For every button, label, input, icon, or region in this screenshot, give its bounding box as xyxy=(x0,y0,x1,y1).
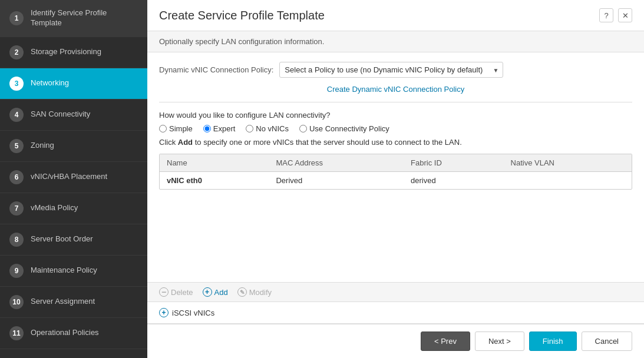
step-label-5: Zoning xyxy=(31,141,54,151)
step-number-2: 2 xyxy=(9,45,24,59)
step-label-11: Operational Policies xyxy=(31,328,99,338)
table-row[interactable]: vNIC eth0 Derived derived xyxy=(160,172,632,190)
step-number-7: 7 xyxy=(9,201,24,216)
vnic-table: Name MAC Address Fabric ID Native VLAN v… xyxy=(160,154,632,189)
step-number-1: 1 xyxy=(9,11,24,25)
help-button[interactable]: ? xyxy=(599,8,613,22)
step-number-6: 6 xyxy=(9,170,24,184)
iscsi-expand-icon: + xyxy=(159,308,169,317)
add-icon: + xyxy=(203,287,212,297)
radio-no-vnics-input[interactable] xyxy=(246,125,253,132)
sidebar-item-6[interactable]: 6 vNIC/vHBA Placement xyxy=(0,162,147,193)
modify-icon: ✎ xyxy=(237,287,247,297)
cell-vlan xyxy=(504,172,632,190)
radio-expert-label: Expert xyxy=(213,124,236,133)
dialog-header: Create Service Profile Template ? ✕ xyxy=(147,0,644,31)
dialog-footer: < Prev Next > Finish Cancel xyxy=(147,324,644,358)
step-label-1: Identify Service Profile Template xyxy=(31,8,138,28)
sidebar: 1 Identify Service Profile Template 2 St… xyxy=(0,0,147,358)
radio-expert-input[interactable] xyxy=(203,125,211,132)
step-label-9: Maintenance Policy xyxy=(31,266,97,276)
radio-group: Simple Expert No vNICs Use Connectivity … xyxy=(159,124,632,133)
dialog-title: Create Service Profile Template xyxy=(159,9,325,22)
sidebar-item-2[interactable]: 2 Storage Provisioning xyxy=(0,37,147,68)
dynamic-vnic-select[interactable]: Select a Policy to use (no Dynamic vNIC … xyxy=(279,62,503,78)
main-dialog: Create Service Profile Template ? ✕ Opti… xyxy=(147,0,644,358)
delete-icon: − xyxy=(159,287,169,297)
content-area: Dynamic vNIC Connection Policy: Select a… xyxy=(147,52,644,282)
radio-simple-label: Simple xyxy=(169,124,193,133)
click-info: Click Add to specify one or more vNICs t… xyxy=(159,138,632,147)
add-label: Add xyxy=(214,288,228,297)
radio-simple[interactable]: Simple xyxy=(159,124,193,133)
radio-use-policy-input[interactable] xyxy=(299,125,307,132)
col-name: Name xyxy=(160,154,269,172)
radio-no-vnics[interactable]: No vNICs xyxy=(246,124,289,133)
sidebar-item-11[interactable]: 11 Operational Policies xyxy=(0,318,147,349)
info-text: Optionally specify LAN configuration inf… xyxy=(159,37,324,46)
radio-simple-input[interactable] xyxy=(159,125,167,132)
prev-button[interactable]: < Prev xyxy=(421,332,470,351)
section-divider xyxy=(159,102,632,102)
modify-button[interactable]: ✎ Modify xyxy=(237,287,272,297)
step-number-5: 5 xyxy=(9,139,24,153)
col-vlan: Native VLAN xyxy=(504,154,632,172)
sidebar-item-4[interactable]: 4 SAN Connectivity xyxy=(0,100,147,131)
cell-name: vNIC eth0 xyxy=(160,172,269,190)
sidebar-item-8[interactable]: 8 Server Boot Order xyxy=(0,224,147,256)
sidebar-item-3[interactable]: 3 Networking xyxy=(0,68,147,100)
dynamic-vnic-label: Dynamic vNIC Connection Policy: xyxy=(159,65,273,74)
step-number-4: 4 xyxy=(9,108,24,122)
step-label-4: SAN Connectivity xyxy=(31,110,90,120)
vnic-table-wrapper: Name MAC Address Fabric ID Native VLAN v… xyxy=(159,154,632,190)
sidebar-item-1[interactable]: 1 Identify Service Profile Template xyxy=(0,0,147,37)
sidebar-item-5[interactable]: 5 Zoning xyxy=(0,131,147,162)
step-number-11: 11 xyxy=(9,326,24,340)
step-label-10: Server Assignment xyxy=(31,297,95,307)
action-bar: − Delete + Add ✎ Modify xyxy=(147,282,644,302)
info-bar: Optionally specify LAN configuration inf… xyxy=(147,31,644,52)
step-number-9: 9 xyxy=(9,264,24,278)
close-button[interactable]: ✕ xyxy=(618,8,632,22)
step-label-6: vNIC/vHBA Placement xyxy=(31,172,107,182)
step-label-2: Storage Provisioning xyxy=(31,47,101,57)
col-fabric: Fabric ID xyxy=(404,154,504,172)
iscsi-section[interactable]: + iSCSI vNICs xyxy=(147,302,644,324)
radio-use-policy[interactable]: Use Connectivity Policy xyxy=(299,124,389,133)
cell-mac: Derived xyxy=(269,172,404,190)
lan-question: How would you like to configure LAN conn… xyxy=(159,111,632,120)
col-mac: MAC Address xyxy=(269,154,404,172)
delete-button[interactable]: − Delete xyxy=(159,287,193,297)
delete-label: Delete xyxy=(171,288,193,297)
step-label-8: Server Boot Order xyxy=(31,234,93,244)
dynamic-vnic-select-wrapper: Select a Policy to use (no Dynamic vNIC … xyxy=(279,62,503,78)
lan-section: How would you like to configure LAN conn… xyxy=(159,111,632,147)
dynamic-vnic-policy-row: Dynamic vNIC Connection Policy: Select a… xyxy=(159,62,632,78)
dialog-header-icons: ? ✕ xyxy=(599,8,632,22)
radio-no-vnics-label: No vNICs xyxy=(256,124,289,133)
create-dynamic-vnic-link[interactable]: Create Dynamic vNIC Connection Policy xyxy=(327,85,464,94)
cancel-button[interactable]: Cancel xyxy=(582,332,632,351)
modify-label: Modify xyxy=(249,288,272,297)
cell-fabric: derived xyxy=(404,172,504,190)
radio-use-policy-label: Use Connectivity Policy xyxy=(309,124,389,133)
sidebar-item-10[interactable]: 10 Server Assignment xyxy=(0,287,147,318)
step-number-8: 8 xyxy=(9,233,24,247)
finish-button[interactable]: Finish xyxy=(529,332,577,351)
table-header-row: Name MAC Address Fabric ID Native VLAN xyxy=(160,154,632,172)
add-bold: Add xyxy=(178,138,193,147)
radio-expert[interactable]: Expert xyxy=(203,124,236,133)
step-number-10: 10 xyxy=(9,295,24,309)
step-number-3: 3 xyxy=(9,77,24,91)
step-label-7: vMedia Policy xyxy=(31,203,78,213)
step-label-3: Networking xyxy=(31,78,69,88)
iscsi-label: iSCSI vNICs xyxy=(172,309,214,317)
next-button[interactable]: Next > xyxy=(475,332,524,351)
sidebar-item-9[interactable]: 9 Maintenance Policy xyxy=(0,256,147,287)
sidebar-item-7[interactable]: 7 vMedia Policy xyxy=(0,193,147,224)
add-button[interactable]: + Add xyxy=(203,287,228,297)
